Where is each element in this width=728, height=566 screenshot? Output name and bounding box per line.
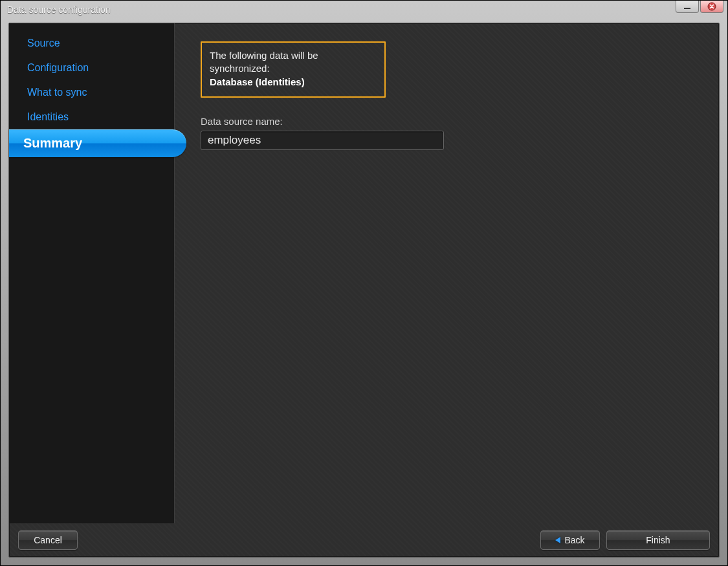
sidebar-item-label: Source (27, 38, 60, 49)
sync-target-text: Database (Identities) (210, 76, 377, 89)
sidebar-item-what-to-sync[interactable]: What to sync (9, 80, 170, 105)
footer: Cancel Back Finish (9, 523, 719, 557)
data-source-name-input[interactable] (201, 131, 444, 150)
button-label: Cancel (34, 535, 62, 545)
window-title: Data source configuration (7, 5, 111, 15)
minimize-button[interactable] (676, 1, 699, 13)
sidebar-item-summary[interactable]: Summary (9, 129, 186, 157)
window-buttons (676, 1, 723, 13)
sidebar-item-label: What to sync (27, 87, 87, 98)
sidebar-item-configuration[interactable]: Configuration (9, 56, 170, 80)
sidebar-item-label: Summary (23, 136, 82, 150)
close-button[interactable] (700, 1, 723, 13)
window: Data source configuration Source Configu… (0, 0, 728, 566)
cancel-button[interactable]: Cancel (18, 530, 78, 550)
minimize-icon (683, 3, 691, 10)
button-label: Back (564, 535, 584, 545)
button-label: Finish (646, 535, 670, 545)
main-pane: The following data will be synchronized:… (175, 23, 719, 523)
close-icon (707, 2, 716, 11)
wizard-sidebar: Source Configuration What to sync Identi… (9, 23, 175, 523)
back-button[interactable]: Back (540, 530, 600, 550)
finish-button[interactable]: Finish (606, 530, 710, 550)
sidebar-item-source[interactable]: Source (9, 31, 170, 56)
content-area: Source Configuration What to sync Identi… (9, 23, 719, 523)
data-source-name-label: Data source name: (201, 116, 693, 127)
sync-summary-box: The following data will be synchronized:… (201, 41, 386, 98)
arrow-left-icon (555, 537, 560, 543)
sidebar-item-label: Configuration (27, 62, 89, 73)
titlebar: Data source configuration (1, 1, 727, 19)
sync-intro-text: The following data will be synchronized: (210, 49, 377, 76)
sidebar-item-identities[interactable]: Identities (9, 105, 170, 129)
sidebar-item-label: Identities (27, 111, 69, 122)
dialog-panel: Source Configuration What to sync Identi… (8, 23, 720, 558)
svg-rect-0 (684, 8, 690, 9)
